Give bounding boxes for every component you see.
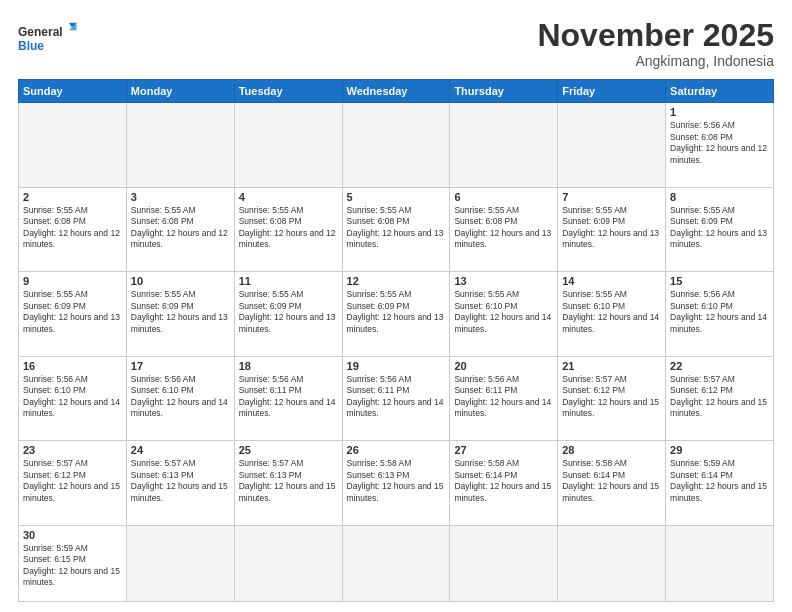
col-friday: Friday	[558, 80, 666, 103]
calendar-week-row: 16 Sunrise: 5:56 AMSunset: 6:10 PMDaylig…	[19, 356, 774, 440]
day-info: Sunrise: 5:56 AMSunset: 6:10 PMDaylight:…	[23, 374, 122, 420]
location: Angkimang, Indonesia	[537, 53, 774, 69]
day-number: 6	[454, 191, 553, 203]
table-row: 15 Sunrise: 5:56 AMSunset: 6:10 PMDaylig…	[666, 272, 774, 356]
title-block: November 2025 Angkimang, Indonesia	[537, 18, 774, 69]
day-number: 12	[347, 275, 446, 287]
table-row: 19 Sunrise: 5:56 AMSunset: 6:11 PMDaylig…	[342, 356, 450, 440]
day-number: 19	[347, 360, 446, 372]
day-number: 4	[239, 191, 338, 203]
table-row: 13 Sunrise: 5:55 AMSunset: 6:10 PMDaylig…	[450, 272, 558, 356]
day-info: Sunrise: 5:59 AMSunset: 6:14 PMDaylight:…	[670, 458, 769, 504]
col-tuesday: Tuesday	[234, 80, 342, 103]
table-row: 8 Sunrise: 5:55 AMSunset: 6:09 PMDayligh…	[666, 187, 774, 271]
table-row: 29 Sunrise: 5:59 AMSunset: 6:14 PMDaylig…	[666, 441, 774, 525]
calendar-week-row: 23 Sunrise: 5:57 AMSunset: 6:12 PMDaylig…	[19, 441, 774, 525]
table-row: 24 Sunrise: 5:57 AMSunset: 6:13 PMDaylig…	[126, 441, 234, 525]
col-thursday: Thursday	[450, 80, 558, 103]
table-row	[234, 103, 342, 187]
table-row: 20 Sunrise: 5:56 AMSunset: 6:11 PMDaylig…	[450, 356, 558, 440]
day-info: Sunrise: 5:57 AMSunset: 6:12 PMDaylight:…	[23, 458, 122, 504]
day-number: 3	[131, 191, 230, 203]
day-number: 28	[562, 444, 661, 456]
day-number: 24	[131, 444, 230, 456]
table-row: 26 Sunrise: 5:58 AMSunset: 6:13 PMDaylig…	[342, 441, 450, 525]
day-number: 21	[562, 360, 661, 372]
table-row: 23 Sunrise: 5:57 AMSunset: 6:12 PMDaylig…	[19, 441, 127, 525]
day-info: Sunrise: 5:58 AMSunset: 6:14 PMDaylight:…	[562, 458, 661, 504]
day-info: Sunrise: 5:59 AMSunset: 6:15 PMDaylight:…	[23, 543, 122, 589]
table-row: 2 Sunrise: 5:55 AMSunset: 6:08 PMDayligh…	[19, 187, 127, 271]
day-number: 18	[239, 360, 338, 372]
day-number: 1	[670, 106, 769, 118]
col-saturday: Saturday	[666, 80, 774, 103]
svg-text:General: General	[18, 25, 63, 39]
day-number: 30	[23, 529, 122, 541]
table-row: 3 Sunrise: 5:55 AMSunset: 6:08 PMDayligh…	[126, 187, 234, 271]
table-row: 4 Sunrise: 5:55 AMSunset: 6:08 PMDayligh…	[234, 187, 342, 271]
day-number: 5	[347, 191, 446, 203]
day-number: 8	[670, 191, 769, 203]
day-number: 11	[239, 275, 338, 287]
calendar-week-row: 2 Sunrise: 5:55 AMSunset: 6:08 PMDayligh…	[19, 187, 774, 271]
calendar-table: Sunday Monday Tuesday Wednesday Thursday…	[18, 79, 774, 602]
table-row	[450, 525, 558, 601]
day-info: Sunrise: 5:55 AMSunset: 6:09 PMDaylight:…	[239, 289, 338, 335]
table-row	[558, 103, 666, 187]
day-number: 7	[562, 191, 661, 203]
col-monday: Monday	[126, 80, 234, 103]
table-row	[342, 103, 450, 187]
table-row	[19, 103, 127, 187]
day-info: Sunrise: 5:56 AMSunset: 6:11 PMDaylight:…	[454, 374, 553, 420]
day-info: Sunrise: 5:55 AMSunset: 6:09 PMDaylight:…	[347, 289, 446, 335]
day-info: Sunrise: 5:57 AMSunset: 6:13 PMDaylight:…	[239, 458, 338, 504]
day-info: Sunrise: 5:56 AMSunset: 6:11 PMDaylight:…	[347, 374, 446, 420]
day-number: 10	[131, 275, 230, 287]
table-row: 9 Sunrise: 5:55 AMSunset: 6:09 PMDayligh…	[19, 272, 127, 356]
day-number: 23	[23, 444, 122, 456]
table-row	[234, 525, 342, 601]
calendar-week-row: 30 Sunrise: 5:59 AMSunset: 6:15 PMDaylig…	[19, 525, 774, 601]
day-number: 2	[23, 191, 122, 203]
day-number: 15	[670, 275, 769, 287]
day-number: 22	[670, 360, 769, 372]
day-number: 13	[454, 275, 553, 287]
svg-text:Blue: Blue	[18, 39, 44, 53]
day-number: 16	[23, 360, 122, 372]
day-number: 29	[670, 444, 769, 456]
table-row	[558, 525, 666, 601]
header: General Blue November 2025 Angkimang, In…	[18, 18, 774, 69]
day-number: 9	[23, 275, 122, 287]
col-wednesday: Wednesday	[342, 80, 450, 103]
day-info: Sunrise: 5:55 AMSunset: 6:08 PMDaylight:…	[131, 205, 230, 251]
day-number: 25	[239, 444, 338, 456]
table-row: 10 Sunrise: 5:55 AMSunset: 6:09 PMDaylig…	[126, 272, 234, 356]
day-info: Sunrise: 5:55 AMSunset: 6:08 PMDaylight:…	[454, 205, 553, 251]
day-info: Sunrise: 5:55 AMSunset: 6:09 PMDaylight:…	[131, 289, 230, 335]
table-row: 27 Sunrise: 5:58 AMSunset: 6:14 PMDaylig…	[450, 441, 558, 525]
day-info: Sunrise: 5:58 AMSunset: 6:14 PMDaylight:…	[454, 458, 553, 504]
day-info: Sunrise: 5:55 AMSunset: 6:09 PMDaylight:…	[670, 205, 769, 251]
page: General Blue November 2025 Angkimang, In…	[0, 0, 792, 612]
day-info: Sunrise: 5:57 AMSunset: 6:13 PMDaylight:…	[131, 458, 230, 504]
col-sunday: Sunday	[19, 80, 127, 103]
table-row	[666, 525, 774, 601]
day-info: Sunrise: 5:55 AMSunset: 6:08 PMDaylight:…	[23, 205, 122, 251]
table-row: 14 Sunrise: 5:55 AMSunset: 6:10 PMDaylig…	[558, 272, 666, 356]
table-row: 30 Sunrise: 5:59 AMSunset: 6:15 PMDaylig…	[19, 525, 127, 601]
table-row	[126, 103, 234, 187]
day-info: Sunrise: 5:56 AMSunset: 6:11 PMDaylight:…	[239, 374, 338, 420]
logo-icon: General Blue	[18, 18, 78, 58]
table-row	[126, 525, 234, 601]
table-row	[450, 103, 558, 187]
calendar-week-row: 9 Sunrise: 5:55 AMSunset: 6:09 PMDayligh…	[19, 272, 774, 356]
table-row: 16 Sunrise: 5:56 AMSunset: 6:10 PMDaylig…	[19, 356, 127, 440]
day-info: Sunrise: 5:55 AMSunset: 6:10 PMDaylight:…	[454, 289, 553, 335]
day-info: Sunrise: 5:56 AMSunset: 6:08 PMDaylight:…	[670, 120, 769, 166]
day-info: Sunrise: 5:55 AMSunset: 6:09 PMDaylight:…	[23, 289, 122, 335]
day-info: Sunrise: 5:55 AMSunset: 6:10 PMDaylight:…	[562, 289, 661, 335]
day-info: Sunrise: 5:56 AMSunset: 6:10 PMDaylight:…	[670, 289, 769, 335]
table-row: 11 Sunrise: 5:55 AMSunset: 6:09 PMDaylig…	[234, 272, 342, 356]
day-info: Sunrise: 5:57 AMSunset: 6:12 PMDaylight:…	[562, 374, 661, 420]
month-year: November 2025	[537, 18, 774, 53]
